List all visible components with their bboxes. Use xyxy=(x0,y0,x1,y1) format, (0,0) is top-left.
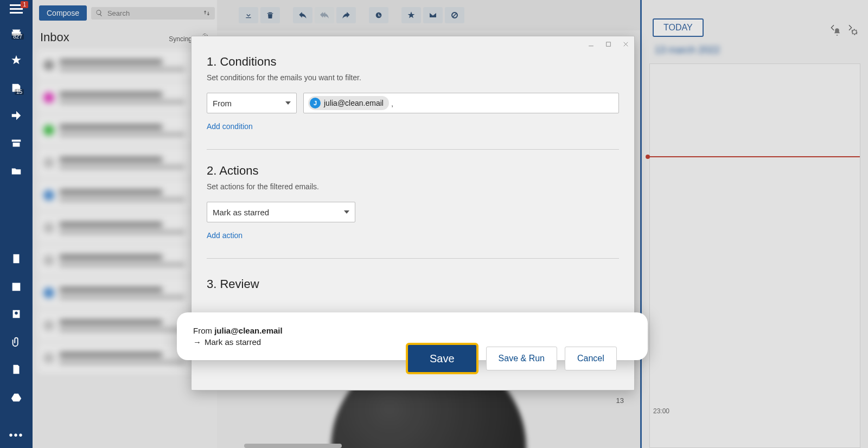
dialog-maximize-icon[interactable] xyxy=(604,40,612,48)
conditions-subtitle: Set conditions for the emails you want t… xyxy=(207,73,619,82)
delete-button[interactable] xyxy=(260,7,280,23)
condition-field-value: From xyxy=(213,99,232,108)
compose-button[interactable]: Compose xyxy=(39,5,87,21)
chip-avatar: J xyxy=(310,98,321,108)
dialog-close-icon[interactable] xyxy=(621,40,630,48)
block-button[interactable] xyxy=(445,7,464,23)
inbox-count: 827 xyxy=(11,34,24,40)
chip-email: julia@clean.email xyxy=(324,99,384,107)
archive-icon[interactable] xyxy=(5,136,27,151)
mail-item[interactable] xyxy=(38,245,212,276)
today-button[interactable]: TODAY xyxy=(653,18,704,37)
dialog-button-row: Save Save & Run Cancel xyxy=(406,343,617,374)
mail-item[interactable] xyxy=(38,82,212,113)
section-divider xyxy=(207,149,619,150)
message-date-badge: 13 xyxy=(616,396,624,405)
inbox-title: Inbox xyxy=(40,30,169,44)
note-icon[interactable] xyxy=(5,251,27,267)
drafts-icon[interactable]: 15 xyxy=(5,80,27,96)
mail-list-panel: Compose Inbox Syncing... xyxy=(33,0,217,448)
mail-item[interactable] xyxy=(38,180,212,210)
chip-separator: , xyxy=(391,99,393,108)
mail-item[interactable] xyxy=(38,115,212,145)
add-condition-link[interactable]: Add condition xyxy=(207,122,619,131)
left-rail: 1 827 15 ••• xyxy=(0,0,33,448)
save-and-run-button[interactable]: Save & Run xyxy=(486,347,557,370)
bell-icon[interactable] xyxy=(832,27,842,37)
review-title: 3. Review xyxy=(207,277,619,291)
email-chip[interactable]: J julia@clean.email xyxy=(308,96,389,110)
drafts-count: 15 xyxy=(15,89,24,95)
snooze-button[interactable] xyxy=(369,7,388,23)
sort-icon[interactable] xyxy=(203,9,210,17)
gear-icon[interactable] xyxy=(850,27,859,37)
save-button[interactable]: Save xyxy=(406,343,478,374)
action-select-value: Mark as starred xyxy=(213,208,269,217)
actions-title: 2. Actions xyxy=(207,164,619,178)
condition-field-select[interactable]: From xyxy=(207,93,297,113)
star-button[interactable] xyxy=(401,7,421,23)
sent-icon[interactable] xyxy=(5,108,27,124)
search-input[interactable] xyxy=(107,9,199,17)
actions-subtitle: Set actions for the filtered emails. xyxy=(207,182,619,191)
reply-button[interactable] xyxy=(293,7,312,23)
action-select[interactable]: Mark as starred xyxy=(207,202,355,222)
mail-item[interactable] xyxy=(38,148,212,178)
cancel-button[interactable]: Cancel xyxy=(565,347,617,370)
horizontal-scrollbar[interactable] xyxy=(244,444,342,448)
chevron-down-icon xyxy=(285,101,291,105)
hour-label: 23:00 xyxy=(653,407,669,415)
attachment-icon[interactable] xyxy=(5,334,27,350)
section-divider xyxy=(207,258,619,259)
svg-rect-7 xyxy=(606,42,610,46)
mark-read-button[interactable] xyxy=(423,7,443,23)
current-time-line xyxy=(648,156,860,157)
menu-icon[interactable]: 1 xyxy=(9,3,24,13)
download-button[interactable] xyxy=(239,7,258,23)
drive-icon[interactable] xyxy=(5,389,27,405)
calendar-date: 13 march 2022 xyxy=(655,44,720,55)
inbox-folder-icon[interactable]: 827 xyxy=(5,25,27,41)
mail-item[interactable] xyxy=(38,213,212,243)
search-icon xyxy=(95,9,103,17)
star-icon[interactable] xyxy=(5,53,27,68)
mail-item[interactable] xyxy=(38,50,212,80)
condition-value-input[interactable]: J julia@clean.email , xyxy=(303,93,619,113)
document-icon[interactable] xyxy=(5,362,27,377)
more-icon[interactable]: ••• xyxy=(9,429,23,448)
chevron-down-icon xyxy=(344,210,349,214)
add-action-link[interactable]: Add action xyxy=(207,231,619,240)
menu-badge: 1 xyxy=(21,1,28,8)
calendar-icon[interactable] xyxy=(5,279,27,295)
dialog-minimize-icon[interactable] xyxy=(586,40,595,48)
search-field[interactable] xyxy=(91,7,215,20)
folder-icon[interactable] xyxy=(5,163,27,179)
review-summary-text: From julia@clean.email →Mark as starred xyxy=(193,325,283,348)
contacts-icon[interactable] xyxy=(5,306,27,322)
mail-item[interactable] xyxy=(38,278,212,308)
forward-button[interactable] xyxy=(336,7,356,23)
conditions-title: 1. Conditions xyxy=(207,55,619,69)
reply-all-button[interactable] xyxy=(315,7,334,23)
calendar-panel: TODAY 13 march 2022 23:00 xyxy=(640,0,868,448)
calendar-grid[interactable]: 23:00 xyxy=(649,63,860,448)
